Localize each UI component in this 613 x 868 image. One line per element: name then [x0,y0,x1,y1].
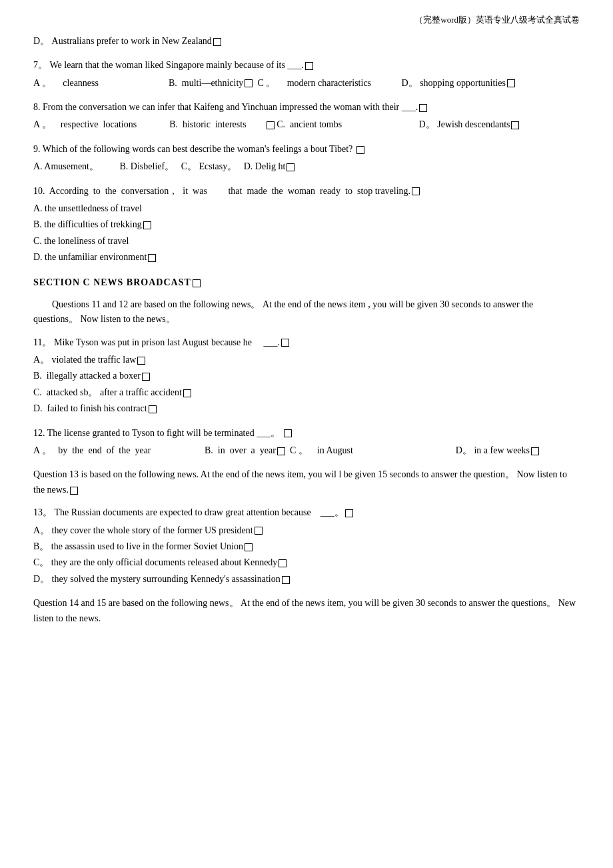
question-8-block: 8. From the conversation we can infer th… [33,100,580,133]
checkbox-q11-a [137,357,145,365]
option-b-q13: B。 the assassin used to live in the form… [33,539,580,554]
option-line-q8: A 。 respective locations B. historic int… [33,117,580,132]
checkbox-q10 [412,187,420,195]
checkbox-q8-d [511,121,519,129]
checkbox-q11-b [142,373,150,381]
option-d-q10: D. the unfamiliar environment [33,250,580,265]
question-10-options: A. the unsettledness of travel B. the di… [33,201,580,265]
question-13-options: A。 they cover the whole story of the for… [33,523,580,587]
checkbox-q7-d [507,79,515,87]
d-option-block: D。 Australians prefer to work in New Zea… [33,34,580,49]
checkbox-q7 [305,62,313,70]
checkbox-q7-b [245,79,253,87]
question-13-text: 13。 The Russian documents are expected t… [33,505,580,520]
question-9-options: A. Amusement。 B. Disbelief。 C。 Ecstasy。 … [33,159,580,174]
checkbox-q9 [356,146,364,154]
checkbox-q13-c [279,559,287,567]
question-7-block: 7。 We learn that the woman liked Singapo… [33,58,580,91]
question-9-block: 9. Which of the following words can best… [33,142,580,175]
option-a-q10: A. the unsettledness of travel [33,201,580,216]
checkbox-q11-d [149,405,157,413]
question-10-text: 10. According to the conversation， it wa… [33,184,580,199]
option-c-q11: C. attacked sb。 after a traffic accident [33,385,580,400]
checkbox-q10-b [143,221,151,229]
checkbox-d-option [213,38,221,46]
intro-13: Question 13 is based on the following ne… [33,467,580,497]
question-7-text: 7。 We learn that the woman liked Singapo… [33,58,580,73]
option-line-q9: A. Amusement。 B. Disbelief。 C。 Ecstasy。 … [33,159,580,174]
option-b-q11: B. illegally attacked a boxer [33,369,580,383]
checkbox-q13-b [245,543,253,551]
question-12-text: 12. The license granted to Tyson to figh… [33,426,580,441]
option-a-q13: A。 they cover the whole story of the for… [33,523,580,538]
option-line-q7: A 。 cleanness B. multi—ethnicity C 。 mod… [33,76,580,91]
option-line-q12: A 。 by the end of the year B. in over a … [33,443,580,458]
checkbox-q12 [284,429,292,437]
checkbox-q12-b [277,447,285,455]
option-c-q10: C. the loneliness of travel [33,234,580,249]
checkbox-q9-d [287,163,295,171]
question-12-block: 12. The license granted to Tyson to figh… [33,426,580,459]
option-c-q13: C。 they are the only official documents … [33,555,580,570]
intro-14-15: Question 14 and 15 are based on the foll… [33,596,580,626]
checkbox-q8 [419,104,427,112]
question-11-block: 11。 Mike Tyson was put in prison last Au… [33,335,580,417]
section-c-header: SECTION C NEWS BROADCAST [33,275,580,290]
question-8-text: 8. From the conversation we can infer th… [33,100,580,115]
option-a-q11: A。 violated the traffic law [33,353,580,367]
question-8-options: A 。 respective locations B. historic int… [33,117,580,132]
checkbox-q8-b [267,121,275,129]
option-b-q10: B. the difficulties of trekking [33,217,580,232]
option-d-q13: D。 they solved the mystery surrounding K… [33,572,580,587]
checkbox-section-c [193,279,201,287]
checkbox-intro-13 [70,487,78,495]
checkbox-q11 [281,339,289,347]
checkbox-q12-d [531,447,539,455]
option-d-q11: D. failed to finish his contract [33,401,580,416]
question-11-text: 11。 Mike Tyson was put in prison last Au… [33,335,580,350]
checkbox-q13 [345,509,353,517]
checkbox-q10-d [148,254,156,262]
checkbox-q13-a [255,527,263,535]
question-12-options: A 。 by the end of the year B. in over a … [33,443,580,458]
question-11-options: A。 violated the traffic law B. illegally… [33,353,580,417]
question-9-text: 9. Which of the following words can best… [33,142,580,157]
question-13-block: 13。 The Russian documents are expected t… [33,505,580,587]
intro-11-12: Questions 11 and 12 are based on the fol… [33,297,580,327]
header-title: （完整word版）英语专业八级考试全真试卷 [33,13,580,27]
question-10-block: 10. According to the conversation， it wa… [33,184,580,265]
question-7-options: A 。 cleanness B. multi—ethnicity C 。 mod… [33,76,580,91]
checkbox-q13-d [282,576,290,584]
d-option-text: D。 Australians prefer to work in New Zea… [33,36,212,46]
checkbox-q11-c [183,389,191,397]
